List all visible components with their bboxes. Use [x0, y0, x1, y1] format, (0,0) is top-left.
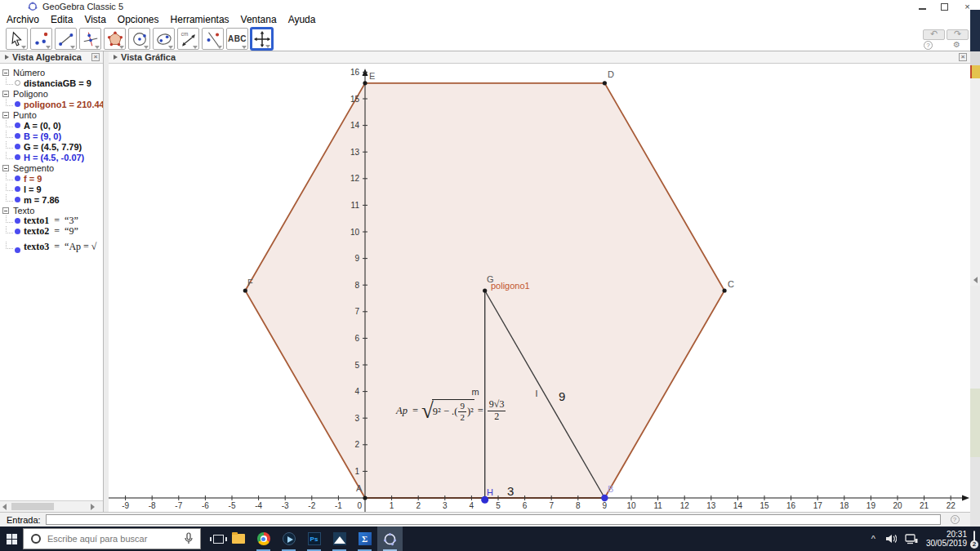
notification-center[interactable]: 2	[973, 531, 975, 546]
text-tool[interactable]: ABC	[226, 28, 248, 50]
visibility-dot[interactable]	[15, 133, 20, 139]
collapse-icon[interactable]	[2, 112, 9, 118]
volume-icon[interactable]	[885, 534, 897, 544]
collapse-icon[interactable]	[2, 207, 9, 214]
point-E[interactable]	[363, 81, 367, 85]
network-icon[interactable]	[905, 534, 918, 544]
algebra-close-icon[interactable]: ×	[91, 53, 100, 61]
algebra-item[interactable]: distanciaGB = 9	[0, 78, 103, 88]
input-help-icon[interactable]: ?	[951, 515, 960, 524]
menu-edita[interactable]: Edita	[51, 14, 73, 25]
scroll-left-icon[interactable]	[2, 504, 7, 510]
measure-tool[interactable]: cm	[177, 28, 199, 50]
graphics-canvas[interactable]: -9-8-7-6-5-4-3-2-10123456789101112131415…	[109, 64, 970, 512]
taskbar-file-explorer[interactable]	[225, 527, 251, 551]
help-icon[interactable]: ?	[924, 41, 933, 50]
menu-vista[interactable]: Vista	[84, 14, 105, 25]
microphone-icon[interactable]	[184, 532, 194, 545]
algebra-item[interactable]: B = (9, 0)	[0, 131, 103, 141]
maximize-button[interactable]	[941, 3, 948, 11]
polygon-tool[interactable]	[104, 28, 126, 50]
algebra-item[interactable]: texto2 = “9”	[0, 226, 103, 237]
panel-arrow-icon[interactable]	[114, 55, 118, 60]
taskbar-search[interactable]	[23, 528, 201, 549]
point-C[interactable]	[723, 288, 727, 292]
menu-ayuda[interactable]: Ayuda	[288, 14, 316, 25]
algebra-item[interactable]: A = (0, 0)	[0, 120, 103, 131]
minimize-button[interactable]	[919, 4, 926, 10]
taskbar-sigma-app[interactable]: Σ	[352, 527, 377, 551]
collapse-icon[interactable]	[2, 165, 9, 171]
visibility-dot[interactable]	[15, 218, 20, 224]
undo-button[interactable]: ↶	[923, 29, 945, 40]
algebra-item[interactable]: f = 9	[0, 173, 103, 184]
algebra-item[interactable]: poligono1 = 210.44	[0, 99, 103, 109]
taskbar-media-player[interactable]	[276, 527, 301, 551]
visibility-dot[interactable]	[15, 229, 20, 234]
algebra-item[interactable]: l = 9	[0, 184, 103, 194]
gear-icon[interactable]: ⚙	[953, 40, 960, 49]
menu-herramientas[interactable]: Herramientas	[171, 14, 229, 25]
ellipse-tool[interactable]	[153, 28, 175, 50]
panel-arrow-icon[interactable]	[5, 55, 9, 60]
algebra-category[interactable]: Segmento	[0, 162, 103, 173]
search-input[interactable]	[47, 534, 184, 544]
text2-nine[interactable]: 9	[559, 389, 565, 403]
collapse-icon[interactable]	[2, 91, 9, 97]
line-tool[interactable]	[55, 28, 77, 50]
background-window-sliver[interactable]	[970, 10, 980, 527]
point-tool[interactable]	[30, 28, 52, 50]
collapse-icon[interactable]	[2, 69, 9, 76]
scroll-thumb[interactable]	[11, 503, 54, 510]
point-F[interactable]	[243, 288, 247, 292]
menu-archivo[interactable]: Archivo	[7, 14, 39, 25]
algebra-item[interactable]: H = (4.5, -0.07)	[0, 152, 103, 162]
perpendicular-tool[interactable]	[79, 28, 101, 50]
collapse-arrow-icon[interactable]	[973, 277, 978, 283]
point-G[interactable]	[483, 288, 487, 292]
visibility-dot[interactable]	[15, 101, 20, 107]
algebra-item[interactable]: m = 7.86	[0, 194, 103, 205]
visibility-dot[interactable]	[15, 247, 20, 253]
taskbar-geogebra[interactable]	[377, 527, 403, 551]
entrada-input[interactable]	[46, 514, 941, 525]
taskbar-photoshop[interactable]: Ps	[301, 527, 327, 551]
taskbar-chrome[interactable]	[251, 527, 276, 551]
algebra-item[interactable]: texto3 = “Ap = √	[0, 237, 103, 253]
fraction-result: 9√3 2	[488, 399, 506, 423]
reflect-tool[interactable]	[202, 28, 224, 50]
y-tick-label: 10	[350, 228, 360, 237]
visibility-dot[interactable]	[15, 144, 20, 149]
point-A[interactable]	[363, 495, 367, 500]
visibility-dot[interactable]	[15, 122, 20, 128]
taskbar-photos[interactable]	[327, 527, 352, 551]
menu-opciones[interactable]: Opciones	[118, 14, 159, 25]
move-graphics-tool[interactable]	[251, 28, 273, 50]
clock[interactable]: 20:31 30/05/2019	[926, 530, 967, 548]
visibility-dot[interactable]	[15, 176, 20, 181]
algebra-category[interactable]: Punto	[0, 109, 103, 120]
algebra-hscrollbar[interactable]	[0, 500, 103, 512]
label-poligono1[interactable]: poligono1	[491, 281, 530, 291]
visibility-dot[interactable]	[15, 197, 20, 202]
visibility-dot[interactable]	[15, 186, 20, 192]
visibility-dot[interactable]	[15, 80, 20, 86]
algebra-item[interactable]: G = (4.5, 7.79)	[0, 141, 103, 152]
algebra-category[interactable]: Número	[0, 67, 103, 78]
text1-three[interactable]: 3	[507, 484, 514, 498]
graphics-close-icon[interactable]: ×	[959, 53, 967, 61]
circle-tool[interactable]	[128, 28, 150, 50]
algebra-category[interactable]: Poligono	[0, 88, 103, 99]
scroll-right-icon[interactable]	[91, 504, 95, 510]
redo-button[interactable]: ↷	[947, 29, 969, 40]
start-button[interactable]	[0, 527, 23, 551]
point-D[interactable]	[603, 81, 607, 85]
point-B[interactable]	[601, 495, 608, 501]
menu-ventana[interactable]: Ventana	[241, 14, 277, 25]
x-tick-label: -7	[175, 501, 182, 510]
point-H[interactable]	[481, 496, 488, 504]
move-tool[interactable]	[6, 28, 28, 50]
visibility-dot[interactable]	[15, 154, 20, 160]
apothem-formula-text[interactable]: Ap = √ 9² − .( 9 2 )² =	[396, 399, 506, 423]
hidden-icons-chevron[interactable]: ^	[871, 534, 875, 544]
